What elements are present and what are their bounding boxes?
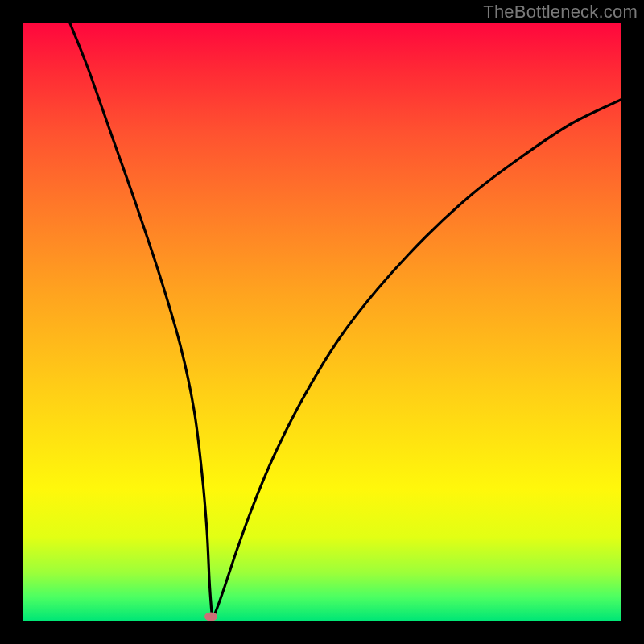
minimum-marker [204, 613, 217, 621]
chart-frame: TheBottleneck.com [0, 0, 644, 644]
plot-area [23, 23, 621, 621]
bottleneck-curve [23, 23, 621, 621]
watermark-text: TheBottleneck.com [483, 2, 638, 23]
